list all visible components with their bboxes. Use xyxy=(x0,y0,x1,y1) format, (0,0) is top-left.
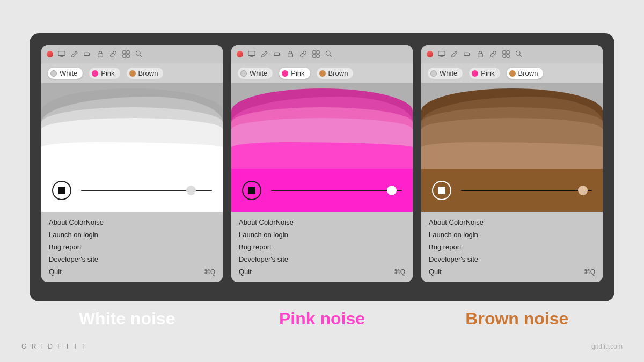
brown-btn[interactable]: Brown xyxy=(507,68,544,79)
search-icon[interactable] xyxy=(515,50,523,58)
menu-item-label: Launch on login xyxy=(429,231,478,239)
pink-dot xyxy=(92,70,98,77)
svg-rect-22 xyxy=(438,51,445,56)
menu-pink: About ColorNoise Launch on login Bug rep… xyxy=(231,212,413,282)
svg-rect-29 xyxy=(503,55,506,57)
svg-point-20 xyxy=(326,51,330,55)
volume-slider[interactable] xyxy=(461,190,592,191)
menu-item-label: Developer's site xyxy=(429,255,478,263)
menu-item-about[interactable]: About ColorNoise xyxy=(429,216,595,228)
color-selector-brown: White Pink Brown xyxy=(421,63,603,83)
pink-btn[interactable]: Pink xyxy=(89,68,120,79)
svg-line-32 xyxy=(519,55,522,57)
color-selector-pink: White Pink Brown xyxy=(231,63,413,83)
menu-item-login[interactable]: Launch on login xyxy=(239,228,405,241)
search-icon[interactable] xyxy=(325,50,333,58)
white-btn[interactable]: White xyxy=(238,68,273,79)
monitor-icon xyxy=(437,50,446,58)
menu-shortcut: ⌘Q xyxy=(204,268,215,276)
grid-icon xyxy=(122,50,130,58)
link-icon xyxy=(489,50,497,58)
svg-line-21 xyxy=(330,55,332,57)
svg-rect-17 xyxy=(317,51,319,54)
brand-right: gridfiti.com xyxy=(591,343,623,350)
volume-slider[interactable] xyxy=(81,190,212,191)
svg-rect-6 xyxy=(127,51,129,54)
white-btn[interactable]: White xyxy=(428,68,463,79)
waveform-white xyxy=(41,83,223,169)
waveform-brown xyxy=(421,83,603,169)
menu-item-login[interactable]: Launch on login xyxy=(429,228,595,241)
pink-noise-label: Pink noise xyxy=(224,309,419,329)
brand-left: G R I D F I T I xyxy=(21,343,85,350)
main-container: White Pink Brown xyxy=(30,33,614,301)
brown-btn[interactable]: Brown xyxy=(317,68,354,79)
svg-rect-27 xyxy=(503,51,506,54)
link-icon xyxy=(109,50,118,58)
menu-shortcut: ⌘Q xyxy=(394,268,405,276)
battery-icon xyxy=(83,50,92,58)
svg-rect-12 xyxy=(250,56,253,57)
menu-item-quit[interactable]: Quit ⌘Q xyxy=(429,265,595,278)
menu-item-bug[interactable]: Bug report xyxy=(429,241,595,253)
menu-item-quit[interactable]: Quit ⌘Q xyxy=(49,265,215,278)
menu-item-quit[interactable]: Quit ⌘Q xyxy=(239,265,405,278)
wave-layer xyxy=(41,142,223,169)
menu-item-bug[interactable]: Bug report xyxy=(239,241,405,253)
menu-item-bug[interactable]: Bug report xyxy=(49,241,215,253)
stop-icon xyxy=(438,187,445,194)
slider-thumb xyxy=(387,186,397,195)
stop-button[interactable] xyxy=(52,181,71,200)
monitor-icon xyxy=(247,50,256,58)
traffic-light-icon xyxy=(427,51,433,57)
svg-point-9 xyxy=(136,51,140,55)
pink-dot xyxy=(282,70,288,77)
toolbar-pink xyxy=(231,45,413,63)
svg-rect-3 xyxy=(90,54,91,55)
menu-item-about[interactable]: About ColorNoise xyxy=(239,216,405,228)
pink-noise-panel: White Pink Brown xyxy=(231,45,413,282)
white-dot xyxy=(50,70,57,77)
menu-item-label: Quit xyxy=(429,268,442,276)
svg-rect-1 xyxy=(60,56,63,57)
pink-btn[interactable]: Pink xyxy=(469,68,500,79)
svg-rect-26 xyxy=(478,54,483,57)
brown-dot xyxy=(319,70,326,77)
brown-label: Brown xyxy=(328,69,348,77)
pencil-icon xyxy=(70,50,79,58)
lock-icon xyxy=(286,50,295,58)
slider-thumb xyxy=(186,186,196,195)
stop-button[interactable] xyxy=(432,181,451,200)
wave-layer xyxy=(231,142,413,169)
menu-item-label: Quit xyxy=(49,268,62,276)
white-label: White xyxy=(60,69,77,77)
search-icon[interactable] xyxy=(135,50,143,58)
battery-icon xyxy=(273,50,282,58)
menu-white: About ColorNoise Launch on login Bug rep… xyxy=(41,212,223,282)
svg-rect-23 xyxy=(440,56,443,57)
monitor-icon xyxy=(57,50,66,58)
white-btn[interactable]: White xyxy=(48,68,83,79)
brown-btn[interactable]: Brown xyxy=(127,68,164,79)
brown-dot xyxy=(129,70,136,77)
menu-item-dev[interactable]: Developer's site xyxy=(239,253,405,265)
svg-rect-25 xyxy=(470,54,471,55)
menu-item-about[interactable]: About ColorNoise xyxy=(49,216,215,228)
battery-icon xyxy=(463,50,472,58)
svg-rect-4 xyxy=(98,54,103,57)
menu-item-label: Launch on login xyxy=(49,231,98,239)
svg-rect-0 xyxy=(58,51,65,56)
stop-button[interactable] xyxy=(242,181,261,200)
menu-item-label: Developer's site xyxy=(239,255,288,263)
brown-noise-panel: White Pink Brown xyxy=(421,45,603,282)
volume-slider[interactable] xyxy=(271,190,402,191)
white-dot xyxy=(240,70,247,77)
pencil-icon xyxy=(450,50,459,58)
svg-line-10 xyxy=(140,55,142,57)
menu-item-login[interactable]: Launch on login xyxy=(49,228,215,241)
menu-item-label: Bug report xyxy=(239,243,272,251)
pink-btn[interactable]: Pink xyxy=(279,68,310,79)
menu-item-dev[interactable]: Developer's site xyxy=(429,253,595,265)
menu-item-label: Launch on login xyxy=(239,231,288,239)
menu-item-dev[interactable]: Developer's site xyxy=(49,253,215,265)
